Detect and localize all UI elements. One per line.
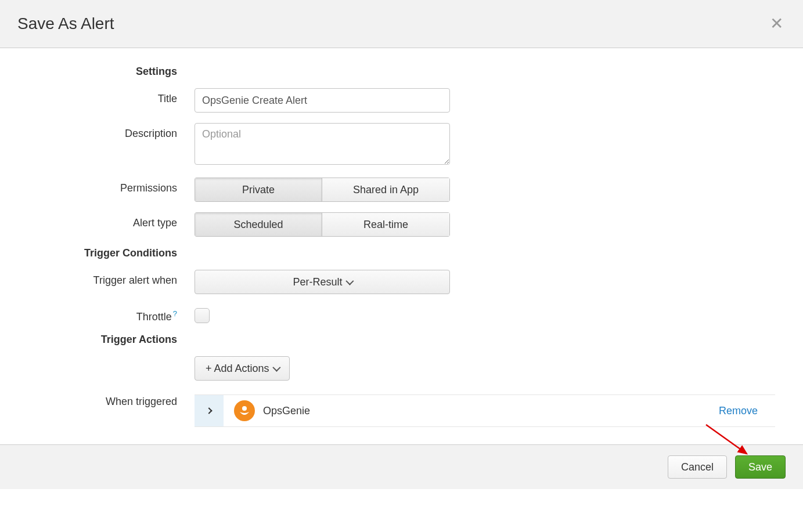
action-row: OpsGenie Remove: [195, 395, 775, 427]
svg-point-0: [242, 406, 247, 411]
opsgenie-icon: [234, 400, 255, 421]
save-button[interactable]: Save: [735, 455, 786, 479]
help-icon[interactable]: ?: [173, 309, 177, 318]
alert-type-realtime[interactable]: Real-time: [322, 212, 450, 237]
trigger-when-value: Per-Result: [293, 276, 342, 288]
label-when-triggered: When triggered: [0, 391, 195, 408]
modal-header: Save As Alert ✕: [0, 0, 803, 48]
section-settings: Settings: [0, 66, 195, 78]
label-description: Description: [0, 123, 195, 140]
alert-type-group: Scheduled Real-time: [195, 212, 450, 237]
action-label: OpsGenie: [263, 405, 719, 417]
permissions-shared[interactable]: Shared in App: [322, 178, 450, 202]
label-title: Title: [0, 88, 195, 105]
add-actions-button[interactable]: + Add Actions: [195, 356, 290, 381]
throttle-checkbox[interactable]: [195, 308, 210, 323]
label-trigger-when: Trigger alert when: [0, 270, 195, 287]
close-icon[interactable]: ✕: [768, 16, 786, 32]
alert-type-scheduled[interactable]: Scheduled: [195, 212, 322, 237]
section-trigger-conditions: Trigger Conditions: [0, 247, 195, 259]
cancel-button[interactable]: Cancel: [668, 455, 727, 479]
section-trigger-actions: Trigger Actions: [0, 334, 195, 346]
modal-footer: Cancel Save: [0, 444, 803, 489]
permissions-private[interactable]: Private: [195, 178, 322, 202]
chevron-down-icon: [272, 364, 280, 372]
title-input[interactable]: [195, 88, 450, 113]
label-alert-type: Alert type: [0, 212, 195, 229]
action-expand-toggle[interactable]: [195, 395, 224, 426]
trigger-when-dropdown[interactable]: Per-Result: [195, 270, 450, 294]
modal-title: Save As Alert: [17, 15, 114, 33]
label-permissions: Permissions: [0, 178, 195, 194]
description-textarea[interactable]: [195, 123, 450, 165]
chevron-down-icon: [345, 277, 354, 285]
modal-body: Settings Title Description Permissions P…: [0, 48, 803, 444]
permissions-group: Private Shared in App: [195, 178, 450, 202]
action-remove-link[interactable]: Remove: [719, 405, 758, 417]
chevron-right-icon: [206, 407, 212, 414]
label-throttle: Throttle?: [0, 305, 195, 323]
